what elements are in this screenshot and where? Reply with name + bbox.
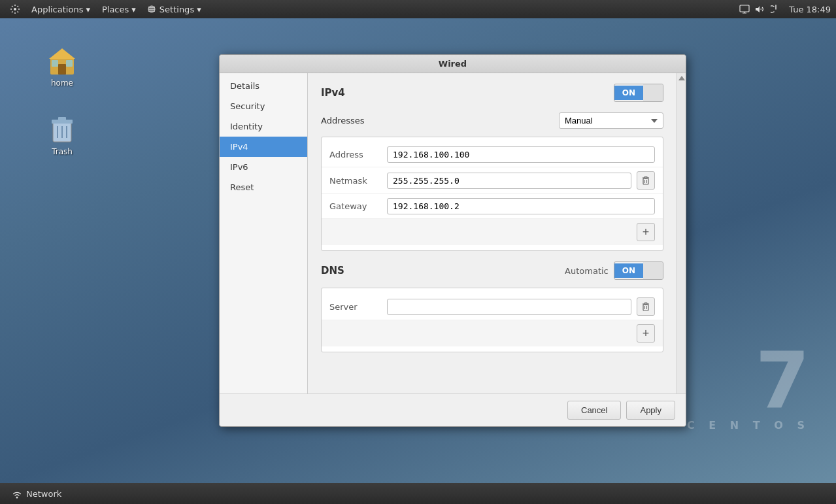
dns-add-button[interactable]: + [637, 324, 655, 343]
dns-add-row: + [322, 320, 663, 346]
sidebar-item-identity[interactable]: Identity [220, 116, 307, 137]
ipv4-title: IPv4 [321, 87, 345, 99]
svg-rect-1 [740, 5, 749, 12]
server-input[interactable] [387, 299, 631, 315]
top-taskbar-left: Applications ▾ Places ▾ Settings ▾ [5, 3, 207, 16]
centos-number: 7 [687, 342, 810, 420]
sidebar-item-reset[interactable]: Reset [220, 177, 307, 197]
svg-rect-9 [58, 117, 66, 121]
address-fields-box: Address Netmask [321, 137, 663, 251]
address-add-row: + [322, 218, 663, 245]
applications-menu[interactable]: Applications ▾ [26, 3, 95, 16]
trash-icon [641, 176, 650, 185]
top-taskbar-right: Tue 18:49 [739, 4, 831, 14]
svg-marker-3 [49, 48, 75, 59]
clock: Tue 18:49 [789, 5, 831, 14]
monitor-icon [739, 4, 750, 14]
netmask-label: Netmask [329, 176, 382, 186]
dialog-scrollbar[interactable] [677, 73, 686, 394]
dns-right: Automatic ON [565, 261, 663, 280]
network-taskbar-item[interactable]: Network [5, 486, 68, 501]
dns-toggle-on[interactable]: ON [614, 263, 643, 278]
dialog-title: Wired [439, 59, 467, 69]
sidebar-item-security[interactable]: Security [220, 96, 307, 116]
dns-title: DNS [321, 265, 344, 277]
system-settings-menu[interactable]: Settings ▾ [142, 3, 207, 16]
wired-dialog: Wired Details Security Identity IPv4 IP [219, 54, 686, 427]
dns-fields-box: Server + [321, 288, 663, 352]
sidebar-item-ipv4[interactable]: IPv4 [220, 137, 307, 157]
server-field-row: Server [322, 294, 663, 320]
ipv4-section-header: IPv4 ON [321, 84, 663, 102]
centos-text: C E N T O S [687, 420, 810, 431]
scrollbar-up-arrow[interactable] [678, 76, 685, 80]
netmask-delete-button[interactable] [637, 171, 655, 190]
centos-watermark: 7 C E N T O S [687, 342, 810, 431]
ipv4-toggle-off-area[interactable] [643, 84, 663, 101]
addresses-mode-select[interactable]: Manual Automatic (DHCP) Link-Local Only … [559, 112, 663, 129]
sidebar-nav: Details Security Identity IPv4 IPv6 Rese… [220, 73, 308, 394]
netmask-field-row: Netmask [322, 167, 663, 193]
server-delete-button[interactable] [637, 297, 655, 316]
home-folder-icon [46, 44, 78, 76]
gateway-label: Gateway [329, 201, 382, 211]
svg-rect-5 [52, 60, 58, 67]
server-label: Server [329, 302, 382, 312]
trash-folder-icon [46, 113, 78, 144]
sidebar-item-ipv6[interactable]: IPv6 [220, 157, 307, 177]
address-add-button[interactable]: + [637, 223, 655, 241]
gateway-input[interactable] [387, 198, 655, 214]
dns-section-header: DNS Automatic ON [321, 261, 663, 280]
settings-icon-menu[interactable] [5, 3, 25, 16]
svg-rect-13 [643, 178, 648, 184]
trash-icon-dns [641, 302, 650, 311]
power-icon[interactable] [771, 4, 781, 14]
network-icon [12, 488, 22, 499]
desktop: home Trash 7 C E N T O S Wired [0, 18, 836, 483]
gateway-field-row: Gateway [322, 193, 663, 218]
address-label: Address [329, 150, 382, 160]
top-taskbar: Applications ▾ Places ▾ Settings ▾ [0, 0, 836, 18]
svg-point-23 [16, 497, 18, 499]
addresses-row: Addresses Manual Automatic (DHCP) Link-L… [321, 112, 663, 129]
dns-toggle[interactable]: ON [614, 261, 663, 280]
dialog-footer: Cancel Apply [220, 394, 686, 426]
dns-toggle-off-area[interactable] [643, 262, 663, 279]
trash-icon-label: Trash [52, 147, 73, 156]
trash-desktop-icon[interactable]: Trash [36, 113, 88, 156]
svg-rect-4 [58, 64, 66, 75]
ipv4-toggle-on[interactable]: ON [614, 86, 643, 100]
speaker-icon [755, 4, 765, 14]
home-icon-label: home [51, 78, 73, 88]
apply-button[interactable]: Apply [626, 401, 675, 420]
dialog-body: Details Security Identity IPv4 IPv6 Rese… [220, 73, 686, 394]
dialog-titlebar: Wired [220, 55, 686, 73]
ipv4-toggle[interactable]: ON [614, 84, 663, 102]
svg-rect-6 [66, 60, 73, 67]
home-desktop-icon[interactable]: home [36, 44, 88, 88]
content-area: IPv4 ON Addresses Manual Automatic (DHCP… [308, 73, 677, 394]
addresses-label: Addresses [321, 116, 365, 126]
svg-rect-18 [643, 305, 648, 311]
sidebar-item-details[interactable]: Details [220, 76, 307, 96]
dns-automatic-label: Automatic [565, 266, 609, 276]
bottom-taskbar: Network [0, 483, 836, 504]
address-input[interactable] [387, 146, 655, 163]
address-field-row: Address [322, 143, 663, 167]
network-label: Network [26, 489, 61, 499]
places-menu[interactable]: Places ▾ [97, 3, 141, 16]
system-tray [739, 4, 781, 14]
cancel-button[interactable]: Cancel [567, 401, 621, 420]
netmask-input[interactable] [387, 173, 631, 189]
